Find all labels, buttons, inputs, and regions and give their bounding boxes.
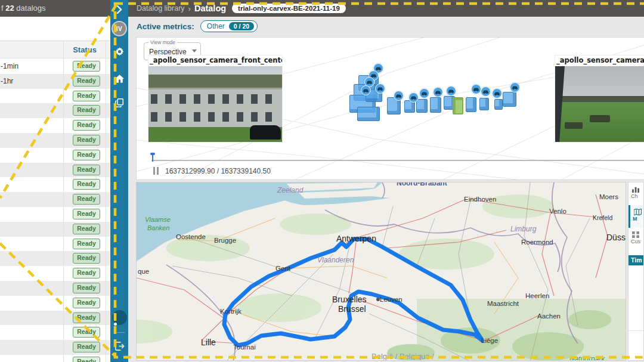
status-badge[interactable]: Ready [73,253,100,264]
status-badge[interactable]: Ready [73,342,100,352]
vehicle-badge[interactable] [510,82,520,92]
route-map-card[interactable]: ZeelandVlaamseBankenOostendeBruggeAntwer… [136,182,626,361]
status-badge[interactable]: Ready [73,268,100,279]
vehicle-badge[interactable] [492,88,502,98]
table-row[interactable]: Ready [0,222,110,237]
datalog-count: 22 [5,4,14,13]
status-badge[interactable]: Ready [73,150,100,160]
office-building [148,88,282,127]
car-icon [482,89,489,94]
table-row[interactable]: Ready [0,340,110,355]
map-canvas [137,182,626,361]
window-row [151,94,280,104]
parked-car [250,125,281,140]
table-row[interactable]: Ready [0,281,110,296]
status-badge[interactable]: Ready [73,357,100,362]
timeline-playhead[interactable] [152,154,153,162]
vehicle-badge[interactable] [375,83,385,94]
status-badge[interactable]: Ready [73,298,100,308]
table-row[interactable]: Ready [0,89,110,104]
app-sidebar: IV [110,0,128,362]
table-row[interactable]: Ready [0,207,110,222]
status-badge[interactable]: Ready [73,313,100,323]
status-badge[interactable]: Ready [73,61,100,72]
status-badge[interactable]: Ready [73,91,100,101]
status-badge[interactable]: Ready [73,105,100,116]
table-row[interactable]: Ready [0,355,110,362]
table-row[interactable]: Ready [0,163,110,178]
status-badge[interactable]: Ready [73,165,100,175]
user-avatar[interactable]: IV [110,20,128,37]
timeline-track[interactable] [151,160,644,161]
logout-button[interactable] [110,338,128,354]
sidebar-item-datalogs[interactable] [110,97,128,109]
rail-item-chart[interactable]: Ch [628,182,643,205]
vehicle-badge[interactable] [419,88,429,98]
vehicle-badge[interactable] [446,86,456,96]
table-row[interactable]: Ready [0,251,110,266]
status-badge[interactable]: Ready [73,224,100,234]
table-row[interactable]: Ready [0,266,110,281]
table-row[interactable]: Ready [0,118,110,133]
rail-item-map[interactable]: M [628,205,643,228]
ego-vehicle-box[interactable] [453,97,463,115]
vehicle-bounding-box[interactable] [494,99,503,110]
pause-button[interactable] [153,167,160,175]
table-row[interactable]: Ready [0,148,110,163]
vehicle-badge[interactable] [471,84,481,94]
active-metrics-label: Active metrics: [137,22,194,31]
status-badge[interactable]: Ready [73,120,100,131]
copy-pages-icon [115,98,124,107]
table-row[interactable]: -1minReady [0,59,110,74]
home-icon [115,75,124,83]
sidebar-expand-button[interactable] [110,4,128,15]
rear-camera-card[interactable]: _apollo_sensor_camera_rear_le [555,55,644,142]
scene-3d-card: View mode Perspective _apollo_sensor_cam… [136,37,644,180]
table-row[interactable]: Ready [0,192,110,207]
other-metrics-button[interactable]: Other 0 / 20 [200,20,258,32]
table-row[interactable]: Ready [0,296,110,311]
table-row[interactable]: Ready [0,311,110,326]
front-camera-card[interactable]: _apollo_sensor_camera_front_center_image… [148,55,282,142]
chat-dot [114,323,117,326]
vehicle-badge[interactable] [361,85,371,95]
vehicle-bounding-box[interactable] [503,92,516,107]
status-badge[interactable]: Ready [73,76,100,86]
vehicle-bounding-box[interactable] [479,98,489,110]
status-badge[interactable]: Ready [73,209,100,219]
vehicle-badge[interactable] [394,91,404,101]
vehicle-badge[interactable] [481,86,491,97]
table-row[interactable]: Ready [0,325,110,340]
table-row[interactable]: Ready [0,103,110,118]
chat-help-button[interactable] [110,309,128,326]
table-row[interactable]: Ready [0,133,110,148]
vehicle-bounding-box[interactable] [466,97,476,112]
table-row[interactable]: -1hrReady [0,74,110,89]
column-divider [63,41,64,362]
sidebar-divider [114,332,125,333]
status-badge[interactable]: Ready [73,194,100,205]
sidebar-item-settings[interactable] [110,45,128,57]
status-badge[interactable]: Ready [73,327,100,338]
breadcrumb-datalog-library[interactable]: Datalog library [137,4,185,13]
table-row[interactable]: Ready [0,237,110,252]
sidebar-item-home[interactable] [110,73,128,85]
table-row[interactable]: Ready [0,177,110,192]
status-badge[interactable]: Ready [73,239,100,249]
vehicle-bounding-box[interactable] [416,99,428,113]
map-icon [634,209,642,215]
vehicle-bounding-box[interactable] [357,107,380,121]
status-badge[interactable]: Ready [73,179,100,190]
vehicle-badge[interactable] [433,87,443,97]
vehicle-bounding-box[interactable] [430,97,441,113]
datalog-detail-panel: Datalog library › Datalog trial-only-car… [128,0,644,362]
car-icon [494,91,500,96]
front-camera-title: _apollo_sensor_camera_front_center_image… [148,55,282,66]
status-badge[interactable]: Ready [73,283,100,293]
status-badge[interactable]: Ready [73,135,100,146]
avatar-initials: IV [112,21,127,36]
datalog-name-badge[interactable]: trial-only-carvex-BE-2021-11-19 [232,4,346,13]
vehicle-badge[interactable] [408,92,419,103]
status-column-header: Status [64,41,106,58]
rail-item-custom[interactable]: Cus [628,228,643,250]
